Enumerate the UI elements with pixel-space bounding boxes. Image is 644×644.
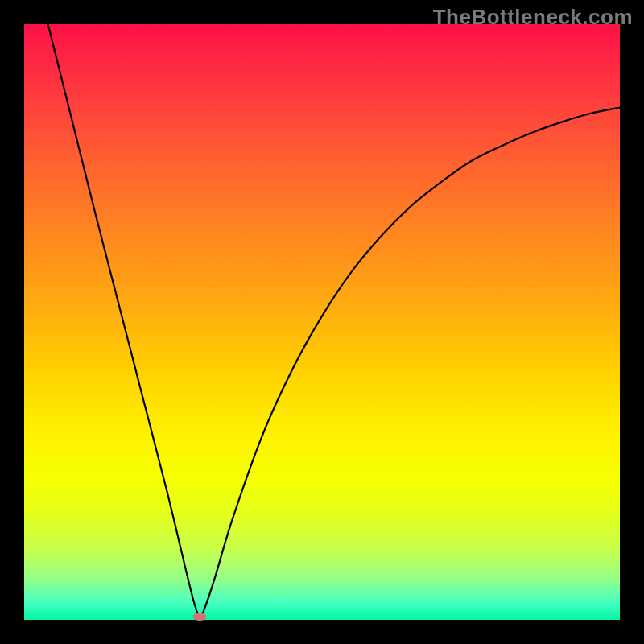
chart-frame: TheBottleneck.com — [0, 0, 644, 644]
optimum-marker — [193, 613, 206, 621]
bottleneck-curve — [48, 24, 620, 617]
curve-layer — [24, 24, 620, 620]
plot-area — [24, 24, 620, 620]
